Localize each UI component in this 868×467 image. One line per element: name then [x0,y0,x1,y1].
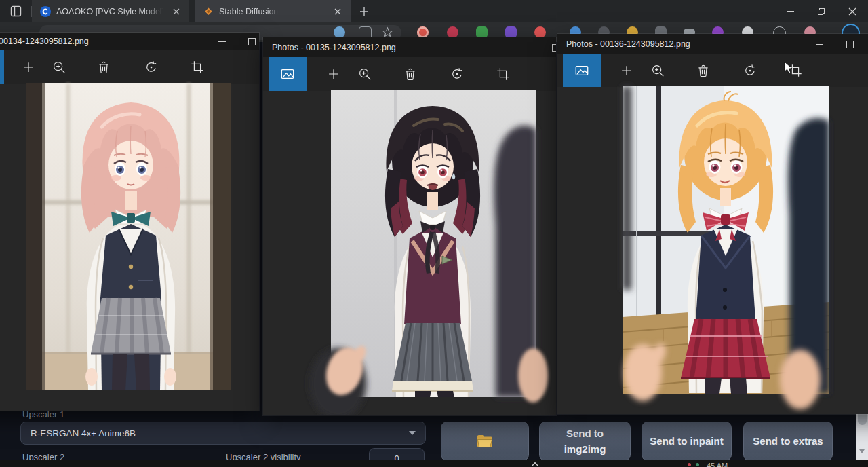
favorites-star-icon[interactable] [382,26,393,38]
open-folder-button[interactable] [441,422,529,461]
zoom-in-icon [650,63,665,78]
photo-image[interactable] [623,86,829,394]
maximize-button[interactable] [549,41,556,54]
chevron-down-icon [409,431,416,435]
delete-button[interactable] [688,54,719,87]
rotate-button[interactable] [441,57,473,91]
extension-icon[interactable] [417,26,429,38]
tab-label: Stable Diffusion [219,7,278,16]
crop-icon [190,60,205,75]
crop-button[interactable] [488,57,519,91]
window-titlebar[interactable]: Photos - 00136-1243095812.png [557,34,868,54]
tab-close-button[interactable] [332,5,344,18]
photos-window-2: Photos - 00135-1243095812.png [263,37,556,415]
rotate-icon [144,60,159,75]
tray-icon[interactable] [696,463,699,466]
plus-icon [619,63,634,78]
send-to-extras-button[interactable]: Send to extras [743,422,833,461]
extension-icon[interactable] [476,26,488,38]
maximize-button[interactable] [245,35,258,48]
window-title: Photos - 00136-1243095812.png [566,39,690,49]
add-button[interactable] [13,50,44,84]
add-button[interactable] [611,54,642,87]
browser-minimize-button[interactable] [774,0,806,22]
add-button[interactable] [318,57,349,91]
photos-toolbar [0,50,259,84]
crop-button[interactable] [182,50,213,84]
window-titlebar[interactable]: Photos - 00135-1243095812.png [263,37,556,57]
minimize-button[interactable] [519,41,532,54]
extension-icon[interactable] [447,26,458,38]
rotate-icon [743,63,757,78]
sd-favicon [203,6,214,17]
tab-close-button[interactable] [170,5,182,18]
rotate-button[interactable] [734,54,766,87]
photos-window-3: Photos - 00136-1243095812.png [557,34,868,414]
upscaler1-dropdown[interactable]: R-ESRGAN 4x+ Anime6B [20,422,426,445]
rotate-icon [450,67,465,81]
send-to-inpaint-button[interactable]: Send to inpaint [642,422,732,461]
tray-icon[interactable] [688,463,691,466]
zoom-in-icon [52,60,66,75]
delete-button[interactable] [88,50,119,84]
photos-window-1: 00134-1243095812.png [0,33,259,411]
gallery-button[interactable] [563,54,601,87]
delete-button[interactable] [395,57,426,91]
minimize-button[interactable] [812,37,826,51]
zoom-button[interactable] [642,54,673,87]
plus-icon [21,60,36,75]
tab-overview-icon [10,5,22,17]
minimize-button[interactable] [215,35,229,48]
page-scrollbar[interactable] [856,406,868,462]
extension-icon[interactable] [534,26,546,38]
photos-toolbar [557,54,868,87]
taskbar: 45 AM [0,460,868,467]
send-to-device-icon[interactable] [334,26,345,38]
folder-icon [477,434,493,448]
maximize-button[interactable] [843,37,856,51]
tab-civitai[interactable]: AOAOKO [PVC Style Model] - PV [32,0,189,22]
gallery-icon [574,63,589,78]
window-titlebar[interactable]: 00134-1243095812.png [0,33,259,50]
window-title: 00134-1243095812.png [0,37,89,46]
tray-expand-icon[interactable] [532,462,538,466]
upscaler1-label: Upscaler 1 [22,409,64,419]
gallery-button[interactable] [269,57,307,91]
mouse-cursor [781,61,793,75]
plus-icon [326,67,341,81]
send-to-img2img-button[interactable]: Send to img2img [539,422,631,461]
crop-icon [496,67,511,81]
tab-label: AOAOKO [PVC Style Model] - PV [56,7,163,16]
browser-close-button[interactable] [837,0,868,22]
window-title: Photos - 00135-1243095812.png [272,43,396,52]
tab-overview-button[interactable] [0,0,31,22]
taskbar-clock[interactable]: 45 AM [707,462,728,467]
tab-stable-diffusion[interactable]: Stable Diffusion [195,0,351,22]
browser-restore-button[interactable] [806,0,837,22]
zoom-button[interactable] [349,57,380,91]
upscaler1-value: R-ESRGAN 4x+ Anime6B [31,428,136,438]
new-tab-button[interactable] [351,0,378,22]
gallery-icon [280,67,295,81]
zoom-in-icon [357,67,372,81]
trash-icon [96,60,111,75]
scrollbar-down-icon[interactable] [859,449,865,453]
photo-image[interactable] [331,90,536,397]
gallery-button[interactable] [0,50,4,84]
zoom-button[interactable] [43,50,75,84]
photo-image[interactable] [26,83,231,390]
trash-icon [403,67,418,81]
civitai-favicon [40,6,51,17]
trash-icon [696,63,711,78]
rotate-button[interactable] [136,50,167,84]
browser-tab-bar: AOAOKO [PVC Style Model] - PV Stable Dif… [0,0,868,22]
photos-toolbar [263,57,556,91]
extension-icon[interactable] [505,26,517,38]
